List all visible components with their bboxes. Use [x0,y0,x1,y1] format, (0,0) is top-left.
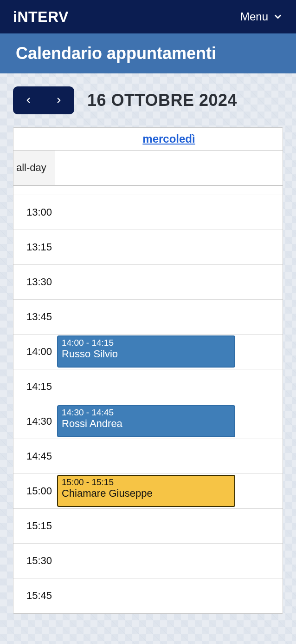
time-label: 14:30 [13,404,55,439]
time-cell[interactable] [55,195,283,230]
time-row: 15:30 [13,544,283,578]
menu-label: Menu [240,10,268,23]
calendar-event[interactable]: 15:00 - 15:15Chiamare Giuseppe [57,475,235,507]
time-row: 15:45 [13,578,283,613]
time-cell[interactable] [55,265,283,299]
time-row: 14:45 [13,439,283,474]
prev-day-button[interactable] [13,86,44,114]
time-cell[interactable] [55,578,283,613]
time-label: 13:30 [13,265,55,299]
time-cell[interactable] [55,300,283,334]
current-date: 16 OTTOBRE 2024 [87,91,237,110]
time-label: 14:00 [13,335,55,369]
time-grid: 13:00 13:15 13:30 13:45 14:00 14:15 [13,186,283,613]
event-time: 14:30 - 14:45 [62,408,231,418]
header-time-spacer [13,128,55,150]
time-label-empty [13,186,55,195]
calendar: mercoledì all-day 13:00 13:15 13:30 [13,127,283,614]
day-header-link[interactable]: mercoledì [142,132,195,145]
time-label: 15:45 [13,578,55,613]
top-navbar: iNTERV Menu [0,0,296,33]
day-header: mercoledì [55,128,283,150]
calendar-event[interactable]: 14:00 - 14:15Russo Silvio [57,335,235,368]
time-cell[interactable] [55,186,283,195]
time-cell[interactable] [55,509,283,543]
time-label: 14:45 [13,439,55,473]
time-label: 13:45 [13,300,55,334]
menu-button[interactable]: Menu [240,10,283,23]
event-title: Rossi Andrea [62,418,231,430]
page-title-bar: Calendario appuntamenti [0,33,296,73]
date-navigation: 16 OTTOBRE 2024 [13,86,283,114]
chevron-left-icon [24,94,32,107]
time-label: 13:00 [13,195,55,230]
time-label: 13:15 [13,230,55,264]
date-nav-buttons [13,86,74,114]
time-label: 14:15 [13,369,55,404]
time-cell[interactable] [55,544,283,578]
time-row-partial-top [13,186,283,195]
content-area: 16 OTTOBRE 2024 mercoledì all-day 13:00 … [0,73,296,614]
calendar-header-row: mercoledì [13,128,283,151]
next-day-button[interactable] [44,86,74,114]
time-cell[interactable] [55,230,283,264]
event-time: 14:00 - 14:15 [62,338,231,348]
page-title: Calendario appuntamenti [16,44,216,63]
allday-label: all-day [13,151,55,185]
chevron-down-icon [273,12,283,22]
event-title: Russo Silvio [62,348,231,360]
time-row: 13:00 [13,195,283,230]
time-row: 13:30 [13,265,283,300]
allday-cell[interactable] [55,151,283,185]
time-cell[interactable] [55,439,283,473]
event-title: Chiamare Giuseppe [62,487,231,499]
time-row: 15:15 [13,509,283,544]
time-label: 15:30 [13,544,55,578]
time-cell[interactable] [55,369,283,404]
calendar-event[interactable]: 14:30 - 14:45Rossi Andrea [57,405,235,437]
time-label: 15:00 [13,474,55,508]
brand-logo: iNTERV [13,8,69,26]
allday-row: all-day [13,151,283,186]
time-row: 13:45 [13,300,283,335]
time-label: 15:15 [13,509,55,543]
time-row: 13:15 [13,230,283,265]
time-row: 14:15 [13,369,283,404]
event-time: 15:00 - 15:15 [62,478,231,487]
chevron-right-icon [55,94,63,107]
